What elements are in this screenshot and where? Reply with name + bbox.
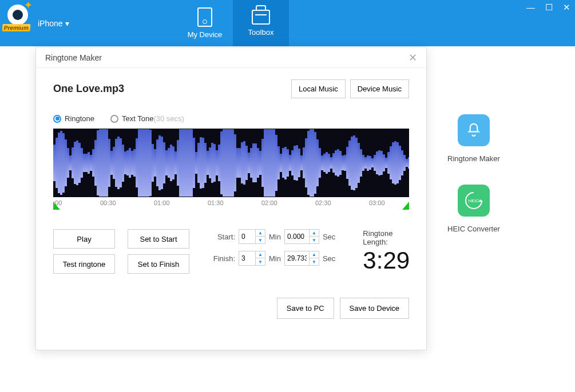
bell-icon bbox=[465, 122, 482, 139]
radio-icon bbox=[110, 115, 118, 123]
start-label: Start: bbox=[210, 233, 235, 241]
toolbox-icon bbox=[252, 10, 270, 25]
device-icon bbox=[197, 7, 212, 27]
tile-ringtone-label: Ringtone Maker bbox=[447, 154, 500, 163]
tab-my-device-label: My Device bbox=[188, 30, 223, 39]
waveform-canvas[interactable] bbox=[53, 129, 409, 197]
tone-type-row: Ringtone Text Tone (30 secs) bbox=[36, 102, 426, 126]
spin-down-icon[interactable]: ▼ bbox=[310, 258, 319, 265]
set-start-button[interactable]: Set to Start bbox=[128, 229, 189, 249]
topbar: ✦ Premium iPhone ▾ My Device Toolbox — ☐… bbox=[0, 0, 575, 46]
text-tone-suffix: (30 secs) bbox=[153, 114, 184, 123]
filename-label: One Love.mp3 bbox=[53, 83, 124, 95]
tile-heic-label: HEIC Converter bbox=[447, 225, 500, 233]
finish-label: Finish: bbox=[210, 254, 235, 263]
controls-row: Play Set to Start Test ringtone Set to F… bbox=[36, 210, 426, 274]
spin-down-icon[interactable]: ▼ bbox=[256, 258, 265, 265]
heic-icon: HEIC bbox=[462, 189, 485, 212]
tile-ringtone-maker[interactable] bbox=[458, 114, 490, 146]
min-label: Min bbox=[269, 233, 281, 241]
time-tick: :00 bbox=[53, 199, 62, 206]
premium-badge: Premium bbox=[2, 24, 31, 31]
spin-up-icon[interactable]: ▲ bbox=[256, 251, 265, 258]
start-min-input[interactable]: ▲▼ bbox=[239, 229, 265, 244]
start-time-row: Start: ▲▼ Min ▲▼ Sec bbox=[210, 229, 335, 244]
sec-label: Sec bbox=[323, 254, 335, 263]
waveform-timeline: :00 00:30 01:00 01:30 02:00 02:30 03:00 bbox=[53, 197, 409, 210]
svg-text:HEIC: HEIC bbox=[468, 198, 479, 203]
save-to-device-button[interactable]: Save to Device bbox=[340, 298, 409, 319]
tab-toolbox-label: Toolbox bbox=[248, 28, 274, 37]
min-label: Min bbox=[269, 254, 281, 263]
time-tick: 03:00 bbox=[369, 199, 385, 206]
ringtone-maker-dialog: Ringtone Maker ✕ One Love.mp3 Local Musi… bbox=[35, 47, 427, 350]
device-music-button[interactable]: Device Music bbox=[350, 79, 409, 98]
test-ringtone-button[interactable]: Test ringtone bbox=[53, 254, 115, 274]
save-to-pc-button[interactable]: Save to PC bbox=[277, 298, 334, 319]
device-name: iPhone bbox=[38, 19, 63, 28]
tab-my-device[interactable]: My Device bbox=[177, 0, 233, 46]
spin-up-icon[interactable]: ▲ bbox=[310, 230, 319, 237]
finish-sec-input[interactable]: ▲▼ bbox=[284, 251, 319, 266]
spin-up-icon[interactable]: ▲ bbox=[310, 251, 319, 258]
time-tick: 02:00 bbox=[261, 199, 277, 206]
sec-label: Sec bbox=[323, 233, 335, 241]
window-controls: — ☐ ✕ bbox=[526, 2, 570, 13]
app-logo: ✦ Premium bbox=[0, 0, 35, 46]
logo-eye-icon: ✦ bbox=[7, 5, 28, 25]
dialog-header: Ringtone Maker ✕ bbox=[36, 47, 426, 68]
radio-icon bbox=[53, 115, 61, 123]
length-label: Ringtone Length: bbox=[363, 229, 410, 246]
time-tick: 00:30 bbox=[100, 199, 116, 206]
time-tick: 02:30 bbox=[315, 199, 331, 206]
length-value: 3:29 bbox=[363, 247, 410, 274]
ringtone-radio[interactable]: Ringtone bbox=[53, 114, 94, 123]
spin-up-icon[interactable]: ▲ bbox=[256, 230, 265, 237]
save-row: Save to PC Save to Device bbox=[36, 274, 426, 319]
spin-down-icon[interactable]: ▼ bbox=[310, 237, 319, 243]
text-tone-radio-label: Text Tone bbox=[122, 114, 153, 123]
chevron-down-icon: ▾ bbox=[65, 19, 69, 28]
trim-end-handle[interactable] bbox=[402, 202, 409, 210]
dialog-title: Ringtone Maker bbox=[45, 53, 102, 62]
tab-toolbox[interactable]: Toolbox bbox=[233, 0, 289, 46]
close-button[interactable]: ✕ bbox=[563, 2, 570, 13]
local-music-button[interactable]: Local Music bbox=[291, 79, 346, 98]
spin-down-icon[interactable]: ▼ bbox=[256, 237, 265, 243]
text-tone-radio[interactable]: Text Tone (30 secs) bbox=[110, 114, 184, 123]
ringtone-radio-label: Ringtone bbox=[65, 114, 94, 123]
minimize-button[interactable]: — bbox=[526, 2, 535, 13]
nav-tabs: My Device Toolbox bbox=[177, 0, 289, 46]
close-icon[interactable]: ✕ bbox=[409, 51, 417, 64]
finish-min-input[interactable]: ▲▼ bbox=[239, 251, 265, 266]
maximize-button[interactable]: ☐ bbox=[545, 2, 553, 13]
play-button[interactable]: Play bbox=[53, 229, 115, 249]
waveform-area: :00 00:30 01:00 01:30 02:00 02:30 03:00 bbox=[53, 129, 409, 210]
start-sec-input[interactable]: ▲▼ bbox=[284, 229, 319, 244]
set-finish-button[interactable]: Set to Finish bbox=[128, 254, 189, 274]
device-picker[interactable]: iPhone ▾ bbox=[35, 0, 77, 46]
tile-heic-converter[interactable]: HEIC bbox=[458, 185, 490, 217]
finish-time-row: Finish: ▲▼ Min ▲▼ Sec bbox=[210, 251, 335, 266]
ringtone-length: Ringtone Length: 3:29 bbox=[363, 229, 410, 274]
file-bar: One Love.mp3 Local Music Device Music bbox=[36, 68, 426, 102]
toolbox-tiles: Ringtone Maker HEIC HEIC Converter bbox=[447, 114, 500, 247]
time-tick: 01:30 bbox=[208, 199, 224, 206]
time-tick: 01:00 bbox=[154, 199, 170, 206]
